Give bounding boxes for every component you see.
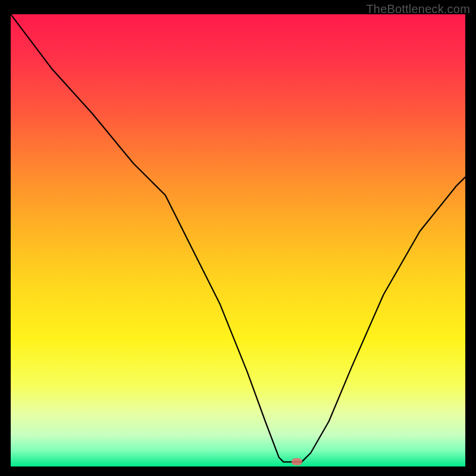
chart-frame: TheBottleneck.com	[0, 0, 476, 476]
watermark-text: TheBottleneck.com	[366, 2, 470, 16]
gradient-background	[11, 14, 465, 466]
optimum-marker	[292, 458, 302, 465]
plot-area	[11, 14, 465, 466]
